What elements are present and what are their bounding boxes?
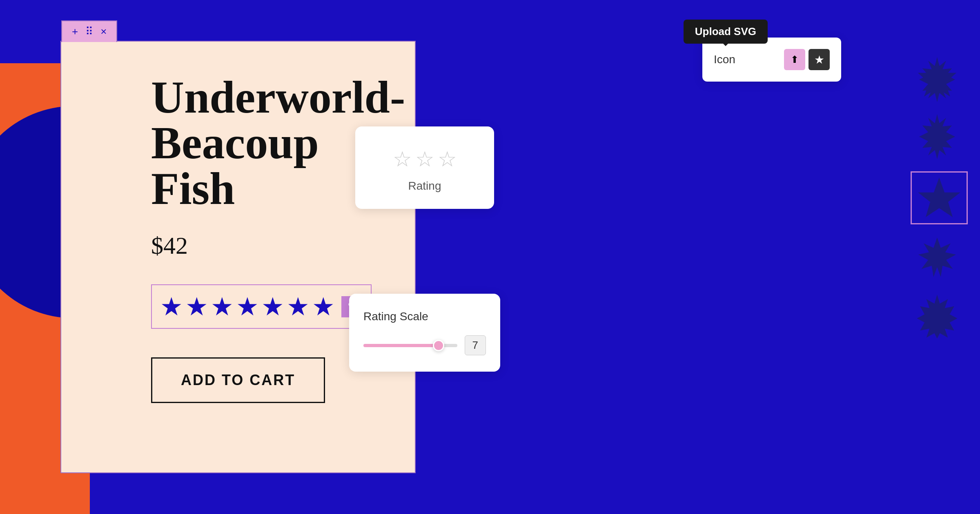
svg-marker-1: [919, 57, 955, 102]
empty-star-3[interactable]: ☆: [438, 147, 457, 171]
add-to-cart-button[interactable]: ADD TO CART: [151, 357, 325, 403]
star-icon-button[interactable]: ★: [808, 49, 830, 70]
tab-grid-icon: ⠿: [85, 25, 93, 38]
card-tab: + ⠿ ×: [61, 20, 117, 42]
rating-scale-widget: Rating Scale 7: [349, 294, 500, 372]
star-6[interactable]: ★: [287, 292, 310, 321]
slider-thumb[interactable]: [433, 340, 444, 351]
star-select-icon: ★: [814, 53, 824, 66]
tab-close-icon[interactable]: ×: [100, 25, 107, 38]
svg-marker-3: [918, 178, 960, 217]
rating-widget-label: Rating: [408, 179, 441, 193]
star-6-icon-selected: [917, 175, 962, 220]
star-shape-3[interactable]: [911, 237, 964, 281]
icon-panel-row: Icon ⬆ ★: [714, 49, 830, 70]
upload-svg-tooltip: Upload SVG: [684, 20, 768, 44]
star-shape-4[interactable]: [911, 294, 964, 339]
rating-empty-stars: ☆ ☆ ☆: [393, 147, 457, 171]
star-7[interactable]: ★: [312, 292, 335, 321]
empty-star-1[interactable]: ☆: [393, 147, 412, 171]
rating-widget: ☆ ☆ ☆ Rating: [355, 126, 494, 209]
slider-track[interactable]: [363, 344, 457, 347]
slider-row: 7: [363, 335, 486, 355]
upload-icon: ⬆: [791, 54, 799, 65]
product-card: + ⠿ × Underworld-Beacoup Fish $42 ★ ★ ★ …: [60, 41, 416, 473]
stars-column: [911, 57, 968, 339]
star-shape-1[interactable]: [911, 57, 964, 102]
burst-6-icon: [915, 237, 960, 281]
icon-panel-label: Icon: [714, 53, 735, 66]
burst-8-icon-2: [915, 114, 960, 159]
star-3[interactable]: ★: [211, 292, 234, 321]
star-shape-2[interactable]: [911, 114, 964, 159]
product-price: $42: [151, 232, 382, 260]
svg-marker-5: [917, 295, 958, 339]
tab-add-icon: +: [72, 25, 78, 38]
svg-marker-2: [919, 114, 955, 159]
star-1[interactable]: ★: [160, 292, 183, 321]
star-shape-selected[interactable]: [911, 171, 968, 224]
product-title: Underworld-Beacoup Fish: [151, 74, 382, 211]
svg-marker-4: [918, 237, 956, 277]
slider-value: 7: [465, 335, 486, 355]
burst-7-icon: [915, 294, 960, 339]
burst-8-icon-1: [915, 57, 960, 102]
rating-scale-title: Rating Scale: [363, 310, 486, 323]
empty-star-2[interactable]: ☆: [415, 147, 434, 171]
star-4[interactable]: ★: [236, 292, 259, 321]
upload-icon-button[interactable]: ⬆: [784, 49, 805, 70]
icon-options: ⬆ ★: [784, 49, 830, 70]
star-2[interactable]: ★: [185, 292, 208, 321]
star-5[interactable]: ★: [261, 292, 284, 321]
stars-rating-row[interactable]: ★ ★ ★ ★ ★ ★ ★ ✎: [151, 284, 372, 329]
